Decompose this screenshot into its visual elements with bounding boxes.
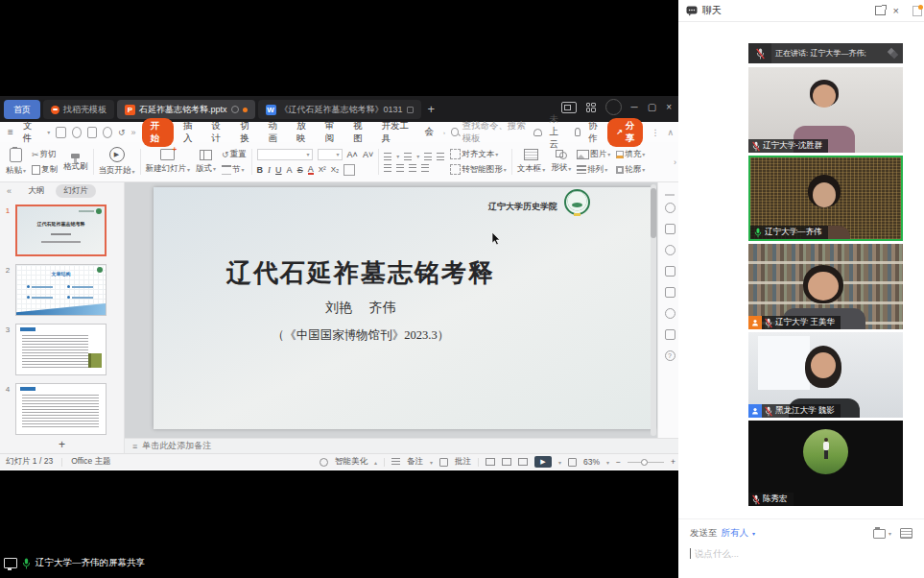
indent-increase-icon[interactable] [437, 153, 444, 160]
fit-window-icon[interactable] [568, 458, 577, 467]
slideshow-play-button[interactable]: ▶ [534, 456, 552, 468]
restore-button[interactable]: ▢ [648, 103, 656, 112]
ribbon-tab-home[interactable]: 开始 [142, 118, 174, 147]
scrollbar-thumb[interactable] [651, 188, 656, 238]
ribbon-tab-view[interactable]: 视图 [349, 119, 371, 146]
chat-message-input[interactable] [693, 547, 888, 560]
pinyin-guide-icon[interactable] [344, 164, 355, 176]
normal-view-icon[interactable] [486, 458, 495, 466]
align-text-button[interactable]: 对齐文本▾ [450, 149, 507, 160]
close-chat-icon[interactable]: × [893, 5, 899, 16]
zoom-slider[interactable] [628, 462, 664, 463]
menu-icon[interactable]: ≡ [8, 127, 13, 137]
popout-icon[interactable] [875, 6, 886, 15]
reading-view-icon[interactable] [518, 458, 528, 466]
font-family-select[interactable]: ▾ [257, 149, 313, 160]
font-size-select[interactable]: ▾ [318, 149, 343, 160]
ribbon-tab-slideshow[interactable]: 放映 [293, 119, 315, 146]
video-tile-chenxiuhong[interactable]: 陈秀宏 [748, 421, 903, 506]
beautify-tool-icon[interactable] [665, 203, 675, 213]
ribbon-tab-insert[interactable]: 插入 [179, 119, 201, 146]
slide-thumbnail-1[interactable]: 1 辽代石延祚墓志铭考释 [0, 205, 120, 256]
zoom-out-button[interactable]: − [616, 457, 621, 467]
copy-button[interactable]: 复制 [32, 164, 58, 176]
slides-tab[interactable]: 幻灯片 [56, 184, 96, 198]
screenshot-icon[interactable] [900, 528, 912, 539]
slide-authors[interactable]: 刘艳 齐伟 [154, 300, 568, 317]
tab-home[interactable]: 首页 [4, 100, 40, 119]
ribbon-tab-devtools[interactable]: 开发工具 [377, 119, 415, 146]
line-spacing-icon[interactable] [421, 164, 429, 172]
undo-icon[interactable]: ↺ [118, 128, 126, 137]
align-right-icon[interactable] [409, 164, 416, 172]
tab-docer-templates[interactable]: 找稻壳模板 [43, 100, 114, 119]
collaborate-icon[interactable] [575, 128, 580, 136]
picture-button[interactable]: 图片▾ [577, 149, 610, 160]
outline-button[interactable]: 轮廓▾ [616, 164, 645, 176]
section-button[interactable]: 节▾ [222, 164, 247, 176]
help-icon[interactable]: ? [665, 350, 675, 361]
preview-icon[interactable] [103, 127, 112, 138]
outline-tab[interactable]: 大纲 [28, 185, 44, 197]
increase-font-icon[interactable]: A˄ [347, 150, 358, 159]
close-button[interactable]: × [666, 103, 672, 112]
indent-decrease-icon[interactable] [424, 153, 432, 160]
zoom-level[interactable]: 63% [583, 457, 600, 467]
ribbon-tab-transition[interactable]: 切换 [236, 119, 258, 146]
send-to-caret-icon[interactable]: ▾ [752, 530, 755, 537]
theme-label[interactable]: Office 主题 [71, 456, 110, 468]
zoom-slider-knob[interactable] [641, 459, 648, 466]
command-search[interactable]: 查找命令、搜索模板 [451, 120, 528, 145]
cut-button[interactable]: ✂剪切 [32, 149, 58, 160]
font-color-button[interactable]: A [308, 165, 314, 175]
paste-button[interactable]: 粘贴▾ [6, 148, 26, 177]
vertical-scrollbar[interactable] [651, 184, 656, 436]
print-icon[interactable] [87, 127, 97, 138]
decrease-font-icon[interactable]: A˅ [363, 150, 373, 159]
export-icon[interactable] [72, 127, 82, 138]
share-button[interactable]: ↗分享 [607, 118, 643, 147]
effects-icon[interactable] [665, 245, 675, 255]
cloud-icon[interactable] [533, 129, 541, 136]
send-to-selector[interactable]: 所有人 [722, 527, 749, 540]
ribbon-tab-review[interactable]: 审阅 [320, 119, 343, 146]
file-attach-icon[interactable] [873, 529, 886, 539]
text-box-button[interactable]: 文本框▾ [517, 149, 546, 175]
file-menu[interactable]: 文件 [19, 119, 41, 146]
minimize-button[interactable]: ─ [631, 103, 638, 112]
italic-button[interactable]: I [268, 165, 271, 175]
tab-writer-file[interactable]: W 《辽代石延祚墓志铭考释》0131 [258, 100, 421, 119]
ribbon-tab-animation[interactable]: 动画 [264, 119, 286, 146]
ribbon-tab-member[interactable]: 会 [420, 125, 438, 139]
ribbon-tab-design[interactable]: 设计 [208, 119, 230, 146]
video-t tile-weiying[interactable]: 黑龙江大学 魏影 [748, 332, 903, 418]
notes-bar[interactable]: ≡ 单击此处添加备注 [125, 438, 681, 453]
attach-caret-icon[interactable]: ▾ [888, 530, 891, 537]
collapse-panel-icon[interactable]: « [7, 186, 12, 196]
superscript-button[interactable]: X² [319, 165, 326, 174]
numbered-list-icon[interactable] [404, 153, 412, 160]
align-left-icon[interactable] [384, 164, 391, 172]
subscript-button[interactable]: X₂ [331, 165, 339, 174]
slide-title[interactable]: 辽代石延祚墓志铭考释 [154, 256, 568, 290]
shape-button[interactable]: 形状▾ [551, 150, 571, 174]
slide-sorter-view-icon[interactable] [502, 458, 511, 466]
fill-button[interactable]: 填充▾ [616, 149, 645, 160]
reference-book-icon[interactable] [665, 329, 675, 340]
zoom-in-button[interactable]: + [671, 457, 675, 467]
web-resource-icon[interactable] [665, 308, 675, 319]
video-tile-wangmeihua[interactable]: 辽宁大学 王美华 [748, 244, 903, 329]
beautify-button[interactable]: 智能美化 [335, 456, 367, 468]
comments-toggle[interactable]: 批注 [455, 456, 471, 468]
align-center-icon[interactable] [396, 164, 404, 172]
adjust-sliders-icon[interactable] [665, 224, 675, 234]
new-slide-button[interactable]: 新建幻灯片▾ [146, 149, 191, 175]
video-tile-qiwei[interactable]: 辽宁大学—齐伟 [748, 156, 903, 241]
reset-button[interactable]: ↺重置 [222, 149, 247, 160]
slide-thumbnail-2[interactable]: 2 文章结构 [0, 264, 120, 316]
more-menu-icon[interactable]: ⋮ [651, 128, 659, 137]
underline-button[interactable]: U [275, 165, 282, 175]
slide-canvas[interactable]: 辽宁大学历史学院 辽代石延祚墓志铭考释 刘艳 齐伟 （《中国国家博物馆刊》202… [125, 182, 657, 438]
window-layout-icon[interactable] [561, 102, 577, 113]
slide-journal[interactable]: （《中国国家博物馆刊》2023.3） [154, 327, 568, 344]
